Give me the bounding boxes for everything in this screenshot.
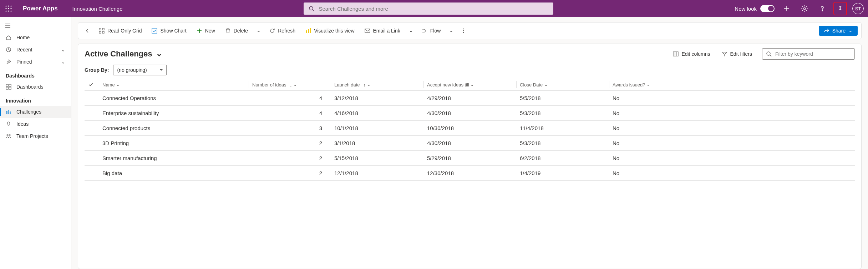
svg-rect-23 xyxy=(6,111,7,114)
delete-button[interactable]: Delete xyxy=(221,26,252,36)
cell-launch: 5/15/2018 xyxy=(331,151,423,166)
help-button[interactable] xyxy=(817,3,828,14)
group-by-select[interactable]: (no grouping) xyxy=(113,65,167,75)
svg-rect-21 xyxy=(6,87,8,89)
columns-icon xyxy=(673,51,679,57)
email-link-button[interactable]: Email a Link xyxy=(360,26,405,36)
chevron-down-icon: ⌄ xyxy=(544,82,548,87)
svg-rect-28 xyxy=(99,28,101,30)
svg-rect-25 xyxy=(10,112,11,114)
plus-icon xyxy=(783,5,790,12)
row-select[interactable] xyxy=(85,106,99,121)
global-search[interactable] xyxy=(304,3,553,15)
add-button[interactable] xyxy=(781,3,792,14)
table-row[interactable]: Smarter manufacturing25/15/20185/29/2018… xyxy=(85,151,855,166)
table-row[interactable]: Enterprise sustainability44/16/20184/30/… xyxy=(85,106,855,121)
settings-button[interactable] xyxy=(799,3,810,14)
copilot-icon xyxy=(837,5,844,12)
row-select[interactable] xyxy=(85,136,99,151)
new-look-toggle[interactable]: New look xyxy=(735,5,775,12)
flow-icon xyxy=(422,28,427,34)
chevron-down-icon: ⌄ xyxy=(646,82,650,87)
new-button[interactable]: New xyxy=(192,26,219,36)
more-vertical-icon xyxy=(461,28,466,34)
col-launch-date[interactable]: Launch date ↑ ⌄ xyxy=(331,79,423,91)
view-picker[interactable]: Active Challenges ⌄ xyxy=(85,49,162,59)
keyword-filter[interactable] xyxy=(762,48,855,60)
svg-point-3 xyxy=(5,8,6,9)
sidebar-item-dashboards[interactable]: Dashboards xyxy=(0,81,71,93)
chevron-down-icon: ⌄ xyxy=(470,82,474,87)
chevron-down-icon: ⌄ xyxy=(293,82,297,87)
row-select[interactable] xyxy=(85,151,99,166)
sidebar-item-team-projects[interactable]: Team Projects xyxy=(0,130,71,142)
cell-name: Big data xyxy=(99,166,249,181)
delete-split-button[interactable]: ⌄ xyxy=(254,26,264,36)
sort-desc-icon: ↓ xyxy=(290,82,292,88)
table-row[interactable]: Connected Operations43/12/20184/29/20185… xyxy=(85,91,855,106)
col-accept-until[interactable]: Accept new ideas till ⌄ xyxy=(423,79,516,91)
cell-ideas: 2 xyxy=(249,136,331,151)
svg-rect-38 xyxy=(365,29,370,33)
chevron-down-icon: ⌄ xyxy=(61,47,65,53)
chevron-down-icon: ⌄ xyxy=(156,49,162,58)
svg-point-1 xyxy=(8,5,9,6)
sidebar-item-pinned[interactable]: Pinned ⌄ xyxy=(0,56,71,68)
table-row[interactable]: Connected products310/1/201810/30/201811… xyxy=(85,121,855,136)
back-button[interactable] xyxy=(82,26,93,36)
email-split-button[interactable]: ⌄ xyxy=(406,26,416,36)
table-row[interactable]: Big data212/1/201812/30/20181/4/2019No xyxy=(85,166,855,181)
sidebar-item-label: Team Projects xyxy=(16,133,48,139)
row-select[interactable] xyxy=(85,121,99,136)
cell-close: 1/4/2019 xyxy=(516,166,609,181)
show-chart-button[interactable]: Show Chart xyxy=(147,26,191,36)
read-only-grid-button[interactable]: Read Only Grid xyxy=(95,26,146,36)
svg-rect-24 xyxy=(8,110,9,114)
visualize-button[interactable]: Visualize this view xyxy=(301,26,359,36)
row-select[interactable] xyxy=(85,91,99,106)
sidebar-group-dashboards: Dashboards xyxy=(0,68,71,81)
sidebar-item-recent[interactable]: Recent ⌄ xyxy=(0,44,71,56)
share-button[interactable]: Share ⌄ xyxy=(819,26,858,36)
refresh-button[interactable]: Refresh xyxy=(265,26,300,36)
search-icon xyxy=(309,6,314,11)
table-row[interactable]: 3D Printing23/1/20184/30/20185/3/2018No xyxy=(85,136,855,151)
sidebar-item-ideas[interactable]: Ideas xyxy=(0,118,71,130)
chevron-down-icon: ⌄ xyxy=(116,82,120,87)
copilot-header-button[interactable] xyxy=(834,3,846,14)
sidebar-collapse-button[interactable] xyxy=(0,20,71,31)
flow-button[interactable]: Flow xyxy=(417,26,445,36)
sidebar-item-label: Challenges xyxy=(16,109,41,115)
select-all-header[interactable] xyxy=(85,79,99,91)
pin-icon xyxy=(6,59,11,65)
keyword-filter-input[interactable] xyxy=(775,51,851,57)
flow-split-button[interactable]: ⌄ xyxy=(446,26,456,36)
svg-point-2 xyxy=(10,5,11,6)
dashboard-icon xyxy=(6,84,11,90)
cell-launch: 10/1/2018 xyxy=(331,121,423,136)
sidebar-item-label: Pinned xyxy=(16,59,32,65)
app-launcher-button[interactable] xyxy=(1,0,16,17)
edit-filters-button[interactable]: Edit filters xyxy=(720,49,753,59)
cell-close: 5/3/2018 xyxy=(516,136,609,151)
grid-icon xyxy=(99,28,105,34)
col-close-date[interactable]: Close Date ⌄ xyxy=(516,79,609,91)
sidebar-item-home[interactable]: Home xyxy=(0,31,71,44)
col-awards-issued[interactable]: Awards issued? ⌄ xyxy=(609,79,855,91)
filter-icon xyxy=(722,51,727,57)
powerbi-icon xyxy=(305,28,311,34)
sidebar-group-innovation: Innovation xyxy=(0,93,71,106)
global-search-input[interactable] xyxy=(318,5,548,12)
cell-accept: 10/30/2018 xyxy=(423,121,516,136)
row-select[interactable] xyxy=(85,166,99,181)
col-number-of-ideas[interactable]: Number of ideas ↓ ⌄ xyxy=(249,79,331,91)
sidebar-item-challenges[interactable]: Challenges xyxy=(0,106,71,118)
cell-launch: 12/1/2018 xyxy=(331,166,423,181)
cmd-label: Delete xyxy=(234,28,248,34)
overflow-button[interactable] xyxy=(458,26,469,36)
user-avatar[interactable]: ST xyxy=(852,3,864,14)
avatar-initials: ST xyxy=(855,6,861,11)
edit-columns-button[interactable]: Edit columns xyxy=(671,49,711,59)
cell-name: Connected products xyxy=(99,121,249,136)
col-name[interactable]: Name ⌄ xyxy=(99,79,249,91)
